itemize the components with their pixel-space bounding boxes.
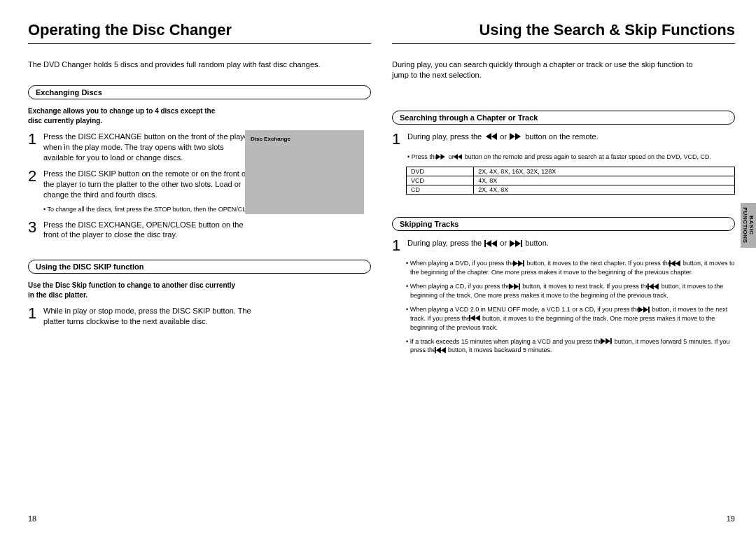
step-1: 1 During play, press the or button.	[392, 238, 616, 253]
title-rule	[392, 43, 735, 44]
skip-next-icon	[517, 260, 524, 268]
intro-text: The DVD Changer holds 5 discs and provid…	[28, 59, 371, 70]
rewind-icon	[456, 153, 462, 161]
text-fragment: When playing a CD, if you press the	[410, 283, 512, 290]
intro-text: During play, you can search quickly thro…	[392, 59, 700, 81]
step-1: 1 While in play or stop mode, press the …	[28, 306, 252, 327]
manual-spread: Operating the Disc Changer The DVD Chang…	[0, 0, 756, 534]
cell: CD	[407, 185, 474, 195]
section-heading-diskskip: Using the DISC SKIP function	[28, 260, 371, 274]
skip-prev-icon	[652, 283, 659, 291]
tab-label: BASICFUNCTIONS	[742, 207, 755, 243]
section-heading-exchanging: Exchanging Discs	[28, 85, 371, 99]
step-1: 1 Press the DISC EXCHANGE button on the …	[28, 132, 252, 163]
step-number: 1	[392, 238, 403, 253]
text-fragment: button on the remote and press again to …	[465, 153, 711, 160]
page-title-right: Using the Search & Skip Functions	[392, 21, 735, 39]
bullet-item: When playing a VCD 2.0 in MENU OFF mode,…	[406, 305, 735, 332]
page-title-left: Operating the Disc Changer	[28, 21, 371, 39]
page-number-right: 19	[727, 514, 735, 523]
bullet-item: If a track exceeds 15 minutes when playi…	[406, 337, 735, 355]
skip-prev-icon	[473, 314, 480, 323]
section-tab: BASICFUNCTIONS	[741, 203, 756, 248]
section-heading-skipping: Skipping Tracks	[392, 217, 735, 231]
text-fragment: If a track exceeds 15 minutes when playi…	[410, 338, 605, 345]
text-fragment: During play, press the	[407, 239, 484, 247]
text-fragment: button, it moves to the next chapter. If…	[525, 260, 673, 267]
step-text: Press the DISC EXCHANGE button on the fr…	[43, 132, 252, 163]
skip-prev-icon	[673, 260, 680, 268]
page-number-left: 18	[28, 514, 36, 523]
disc-exchange-image: Disc Exchange	[245, 130, 364, 214]
text-fragment: button, it moves backward 5 minutes.	[447, 346, 552, 353]
text-fragment: When playing a VCD 2.0 in MENU OFF mode,…	[410, 306, 642, 313]
cell: VCD	[407, 176, 474, 185]
fast-forward-icon	[510, 132, 522, 142]
title-rule	[28, 43, 371, 44]
text-fragment: button on the remote.	[525, 132, 598, 141]
skip-prev-icon	[439, 346, 446, 355]
bullet-item: When playing a DVD, if you press the but…	[406, 259, 735, 276]
bullet-item: When playing a CD, if you press the butt…	[406, 282, 735, 300]
text-fragment: Press the	[412, 153, 440, 160]
step-number: 1	[28, 132, 39, 163]
fast-forward-icon	[440, 153, 446, 161]
step-3: 3 Press the DISC EXCHANGE, OPEN/CLOSE bu…	[28, 220, 252, 241]
table-row: DVD2X, 4X, 8X, 16X, 32X, 128X	[407, 167, 735, 176]
section-heading-search: Searching through a Chapter or Track	[392, 111, 735, 125]
right-page: Using the Search & Skip Functions During…	[392, 21, 735, 527]
section-bold-intro: Exchange allows you to change up to 4 di…	[28, 106, 224, 126]
search-note: Press the or button on the remote and pr…	[406, 153, 735, 162]
skip-next-icon	[643, 306, 650, 314]
cell: 2X, 4X, 8X, 16X, 32X, 128X	[474, 167, 735, 176]
table-row: CD2X, 4X, 8X	[407, 185, 735, 195]
skip-bullets: When playing a DVD, if you press the but…	[406, 259, 735, 360]
cell: DVD	[407, 167, 474, 176]
step-text: During play, press the or button.	[407, 238, 549, 253]
step-text: Press the DISC EXCHANGE, OPEN/CLOSE butt…	[43, 220, 252, 241]
text-fragment: or	[500, 239, 509, 247]
cell: 4X, 8X	[474, 176, 735, 185]
text-fragment: During play, press the	[407, 132, 484, 141]
text-fragment: When playing a DVD, if you press the	[410, 260, 517, 267]
cell: 2X, 4X, 8X	[474, 185, 735, 195]
skip-next-icon	[510, 239, 522, 249]
step-number: 1	[28, 306, 39, 327]
step-number: 2	[28, 169, 39, 200]
step-number: 3	[28, 220, 39, 241]
step-number: 1	[392, 132, 403, 147]
step-2: 2 Press the DISC SKIP button on the remo…	[28, 169, 252, 200]
text-fragment: or	[500, 132, 509, 141]
skip-next-icon	[513, 283, 520, 291]
step-text: While in play or stop mode, press the DI…	[43, 306, 252, 327]
section-bold-intro: Use the Disc Skip function to change to …	[28, 281, 238, 300]
table-row: VCD4X, 8X	[407, 176, 735, 185]
image-caption: Disc Exchange	[251, 136, 290, 142]
step-1: 1 During play, press the or button on th…	[392, 132, 616, 147]
text-fragment: button.	[525, 239, 549, 247]
skip-prev-icon	[484, 239, 497, 249]
text-fragment: button, it moves to next track. If you p…	[521, 283, 652, 290]
step-text: Press the DISC SKIP button on the remote…	[43, 169, 252, 200]
skip-next-icon	[605, 337, 612, 346]
step-text: During play, press the or button on the …	[407, 132, 598, 147]
rewind-icon	[484, 132, 497, 142]
speed-table: DVD2X, 4X, 8X, 16X, 32X, 128X VCD4X, 8X …	[406, 167, 735, 195]
left-page: Operating the Disc Changer The DVD Chang…	[28, 21, 371, 527]
